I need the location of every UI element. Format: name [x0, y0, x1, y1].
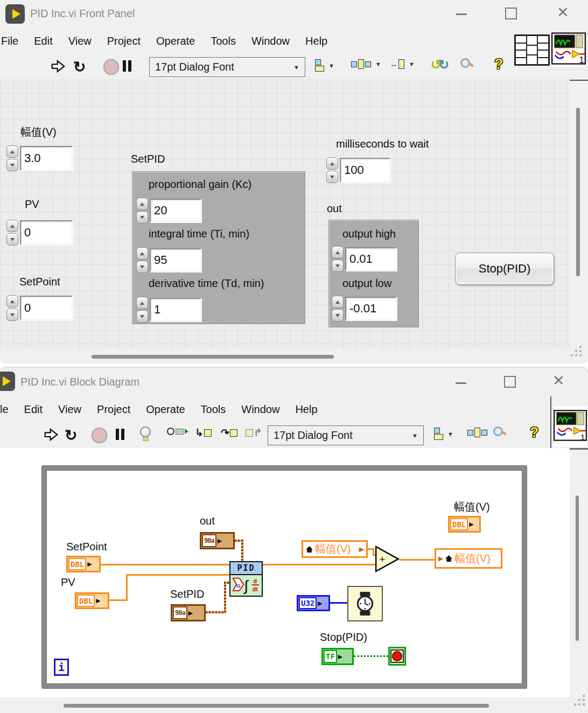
menu-help[interactable]: Help — [295, 403, 317, 416]
output-low-input[interactable]: -0.01 — [345, 297, 397, 320]
pid-subvi[interactable]: PID G ∫ d dt — [229, 561, 263, 597]
menu-project[interactable]: Project — [97, 403, 130, 416]
decrement-button[interactable] — [6, 309, 18, 321]
minimize-button[interactable] — [456, 13, 467, 15]
decrement-button[interactable] — [136, 261, 148, 273]
menu-view[interactable]: View — [68, 35, 92, 47]
setpoint-terminal[interactable]: DBL▶ — [66, 556, 101, 572]
horizontal-scrollbar-thumb[interactable] — [64, 704, 489, 708]
amplitude-local-variable-write[interactable]: ▶ 幅值(V) — [435, 548, 502, 569]
pause-button[interactable] — [123, 60, 131, 72]
menu-view[interactable]: View — [58, 403, 81, 416]
menu-operate[interactable]: Operate — [156, 35, 195, 47]
menu-file[interactable]: File — [1, 35, 18, 47]
help-button[interactable]: ? — [494, 56, 503, 73]
increment-button[interactable] — [6, 145, 18, 158]
distribute-objects-dropdown[interactable]: ▼ — [351, 59, 381, 69]
while-loop[interactable] — [42, 466, 527, 688]
distribute-objects-dropdown[interactable] — [467, 428, 487, 437]
maximize-button[interactable] — [505, 8, 517, 19]
pause-button[interactable] — [116, 429, 124, 440]
connector-pane[interactable] — [514, 34, 550, 66]
font-selector[interactable]: 17pt Dialog Font ▼ — [268, 425, 424, 445]
decrement-button[interactable] — [6, 233, 18, 246]
close-button[interactable]: ✕ — [552, 374, 565, 388]
decrement-button[interactable] — [332, 309, 344, 321]
help-button[interactable]: ? — [530, 424, 539, 441]
run-continuously-button[interactable]: ↻ — [73, 58, 86, 76]
wait-ms-function[interactable] — [347, 586, 383, 621]
align-objects-dropdown[interactable]: ▼ — [315, 59, 334, 72]
increment-button[interactable] — [332, 246, 344, 258]
maximize-button[interactable] — [504, 376, 516, 388]
menu-edit[interactable]: Edit — [34, 35, 52, 47]
increment-button[interactable] — [326, 157, 338, 170]
vi-icon[interactable]: 1 — [551, 32, 586, 67]
menu-tools[interactable]: Tools — [211, 35, 236, 47]
menu-edit[interactable]: Edit — [24, 403, 43, 416]
run-button[interactable] — [50, 58, 66, 74]
menu-operate[interactable]: Operate — [146, 403, 185, 416]
ms-wait-input[interactable]: 100 — [340, 158, 390, 183]
run-button[interactable] — [43, 427, 59, 443]
add-function[interactable]: + — [375, 546, 400, 575]
u32-constant[interactable]: U32▶ — [297, 595, 330, 611]
vertical-scrollbar-thumb[interactable] — [576, 495, 579, 641]
derivative-time-input[interactable]: 1 — [150, 298, 201, 321]
resize-objects-dropdown[interactable]: ↔ ▼ — [390, 59, 415, 69]
vertical-scrollbar-thumb[interactable] — [576, 108, 580, 276]
menu-window[interactable]: Window — [241, 403, 279, 416]
menu-file-clipped[interactable]: le — [0, 403, 9, 416]
reorder-dropdown[interactable]: ↺ ↻ — [431, 57, 449, 72]
menu-project[interactable]: Project — [107, 35, 141, 47]
output-high-input[interactable]: 0.01 — [345, 247, 397, 271]
close-button[interactable]: ✕ — [557, 5, 569, 20]
stop-boolean-terminal[interactable]: TF▶ — [321, 648, 354, 665]
align-objects-dropdown[interactable]: ▼ — [434, 428, 453, 440]
resize-grip[interactable] — [571, 346, 583, 358]
menu-help[interactable]: Help — [305, 35, 327, 47]
amplitude-terminal[interactable]: DBL▶ — [448, 516, 481, 533]
step-out-button[interactable]: ↱ — [246, 427, 262, 439]
loop-condition-terminal[interactable] — [388, 647, 406, 666]
setpid-cluster-terminal[interactable]: 90a▶ — [171, 604, 206, 621]
decrement-button[interactable] — [136, 211, 148, 223]
decrement-button[interactable] — [6, 159, 18, 171]
increment-button[interactable] — [136, 198, 148, 210]
proportional-gain-input[interactable]: 20 — [150, 199, 201, 222]
decrement-button[interactable] — [332, 260, 344, 272]
stop-pid-button[interactable]: Stop(PID) — [455, 253, 554, 285]
increment-button[interactable] — [136, 247, 148, 260]
font-selector[interactable]: 17pt Dialog Font ▼ — [149, 57, 305, 77]
increment-button[interactable] — [136, 297, 148, 309]
ms-wait-control: 100 — [326, 157, 390, 183]
decrement-button[interactable] — [136, 310, 148, 323]
step-into-button[interactable]: ↳ — [195, 427, 212, 439]
search-button[interactable] — [493, 427, 507, 436]
integral-time-input[interactable]: 95 — [150, 248, 201, 272]
run-continuously-button[interactable]: ↻ — [65, 427, 77, 444]
loop-iteration-terminal[interactable]: i — [54, 659, 69, 676]
minimize-button[interactable] — [456, 382, 466, 384]
step-over-button[interactable]: ↷ — [221, 427, 237, 439]
out-cluster-terminal[interactable]: 90a▶ — [200, 532, 235, 549]
abort-button[interactable] — [103, 59, 119, 75]
increment-button[interactable] — [6, 295, 18, 307]
search-button[interactable] — [460, 58, 474, 68]
vi-icon[interactable]: 1 — [554, 406, 587, 447]
increment-button[interactable] — [6, 220, 18, 232]
menu-tools[interactable]: Tools — [201, 403, 226, 416]
decrement-button[interactable] — [326, 171, 338, 183]
resize-grip[interactable] — [574, 695, 586, 707]
highlight-execution-button[interactable] — [140, 427, 151, 441]
increment-button[interactable] — [332, 296, 344, 308]
amplitude-value-input[interactable]: 3.0 — [20, 146, 73, 171]
retain-wire-values-button[interactable] — [167, 428, 188, 435]
setpoint-value-input[interactable]: 0 — [20, 296, 73, 320]
pv-terminal[interactable]: DBL▶ — [75, 592, 109, 609]
pv-value-input[interactable]: 0 — [20, 220, 73, 245]
abort-button[interactable] — [92, 428, 107, 443]
horizontal-scrollbar-thumb[interactable] — [92, 355, 334, 359]
amplitude-local-variable-read[interactable]: 幅值(V) ▶ — [302, 540, 368, 558]
menu-window[interactable]: Window — [251, 35, 290, 47]
